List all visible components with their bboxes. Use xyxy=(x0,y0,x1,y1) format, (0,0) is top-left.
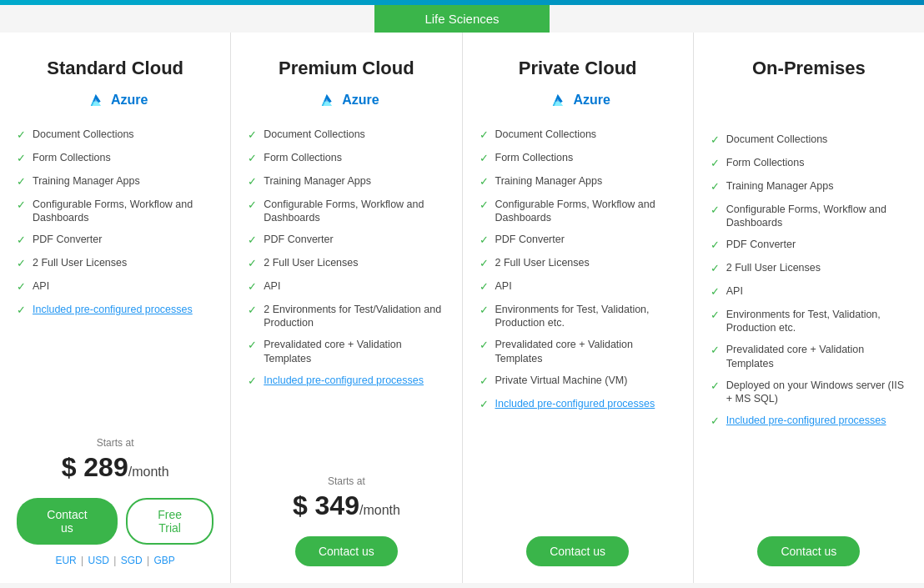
list-item[interactable]: ✓Included pre-configured processes xyxy=(711,414,907,429)
list-item: ✓Configurable Forms, Workflow and Dashbo… xyxy=(711,203,907,230)
check-icon: ✓ xyxy=(248,199,257,213)
check-icon: ✓ xyxy=(480,339,489,353)
free-trial-button[interactable]: Free Trial xyxy=(126,498,213,545)
check-icon: ✓ xyxy=(248,374,257,389)
list-item: ✓API xyxy=(17,279,213,294)
price-month: /month xyxy=(128,465,169,479)
list-item: ✓2 Full User Licenses xyxy=(17,256,213,271)
list-item[interactable]: ✓Included pre-configured processes xyxy=(248,374,444,389)
plan-premium-cloud: Premium Cloud Azure ✓Document Collection… xyxy=(231,33,462,583)
list-item: ✓API xyxy=(711,284,907,299)
list-item[interactable]: ✓Included pre-configured processes xyxy=(480,397,676,412)
currency-separator: | xyxy=(78,555,87,566)
list-item: ✓Training Manager Apps xyxy=(248,174,444,189)
list-item: ✓2 Environments for Test/Validation and … xyxy=(248,303,444,330)
check-icon: ✓ xyxy=(17,257,26,271)
feature-text: Training Manager Apps xyxy=(33,174,140,188)
check-icon: ✓ xyxy=(17,128,26,143)
currency-eur[interactable]: EUR xyxy=(55,555,76,566)
feature-text: 2 Full User Licenses xyxy=(726,261,821,274)
feature-text: API xyxy=(726,284,743,298)
check-icon: ✓ xyxy=(17,280,26,294)
currency-gbp[interactable]: GBP xyxy=(154,555,175,566)
feature-text: Document Collections xyxy=(726,133,828,146)
feature-text: Configurable Forms, Workflow and Dashboa… xyxy=(264,198,444,225)
currency-separator: | xyxy=(111,555,119,566)
list-item: ✓Environments for Test, Validation, Prod… xyxy=(480,303,676,330)
azure-logo-standard-cloud: Azure xyxy=(17,91,213,109)
check-icon: ✓ xyxy=(248,175,257,189)
check-icon: ✓ xyxy=(480,304,489,318)
list-item: ✓Form Collections xyxy=(711,156,907,171)
check-icon: ✓ xyxy=(711,344,720,358)
list-item: ✓2 Full User Licenses xyxy=(480,256,676,271)
check-icon: ✓ xyxy=(248,128,257,143)
azure-icon xyxy=(545,91,568,109)
features-list-premium-cloud: ✓Document Collections✓Form Collections✓T… xyxy=(248,128,444,459)
contact-us-button[interactable]: Contact us xyxy=(526,536,629,566)
features-list-standard-cloud: ✓Document Collections✓Form Collections✓T… xyxy=(17,128,213,420)
check-icon: ✓ xyxy=(248,234,257,248)
plan-on-premises: On-Premises✓Document Collections✓Form Co… xyxy=(694,33,924,583)
list-item: ✓2 Full User Licenses xyxy=(248,256,444,271)
list-item: ✓Document Collections xyxy=(17,128,213,143)
check-icon: ✓ xyxy=(711,262,720,276)
currency-sgd[interactable]: SGD xyxy=(121,555,143,566)
list-item[interactable]: ✓Included pre-configured processes xyxy=(17,303,213,318)
feature-text: Prevalidated core + Validation Templates xyxy=(726,343,907,370)
azure-icon xyxy=(83,91,106,109)
feature-link[interactable]: Included pre-configured processes xyxy=(495,397,655,410)
feature-text: Prevalidated core + Validation Templates xyxy=(495,338,676,365)
list-item: ✓Training Manager Apps xyxy=(480,174,676,189)
feature-link[interactable]: Included pre-configured processes xyxy=(33,303,193,316)
check-icon: ✓ xyxy=(248,339,257,353)
currency-separator: | xyxy=(144,555,153,566)
azure-text: Azure xyxy=(111,93,148,108)
pricing-section-standard-cloud: Starts at$ 289/month xyxy=(17,429,213,483)
buttons-row-standard-cloud: Contact usFree Trial xyxy=(17,498,213,545)
contact-us-button[interactable]: Contact us xyxy=(295,536,398,566)
starts-at-label: Starts at xyxy=(17,437,213,449)
check-icon: ✓ xyxy=(17,199,26,213)
azure-logo-private-cloud: Azure xyxy=(480,91,676,109)
check-icon: ✓ xyxy=(711,157,720,171)
plan-standard-cloud: Standard Cloud Azure ✓Document Collectio… xyxy=(0,33,231,583)
feature-text: 2 Full User Licenses xyxy=(264,256,358,269)
azure-logo-premium-cloud: Azure xyxy=(248,91,444,109)
currency-row: EUR | USD | SGD | GBP xyxy=(17,555,213,566)
list-item: ✓Training Manager Apps xyxy=(17,174,213,189)
check-icon: ✓ xyxy=(711,133,720,148)
feature-text: Environments for Test, Validation, Produ… xyxy=(726,308,907,335)
feature-text: Form Collections xyxy=(495,151,574,164)
contact-us-button[interactable]: Contact us xyxy=(757,536,860,566)
feature-text: 2 Full User Licenses xyxy=(495,256,590,269)
feature-link[interactable]: Included pre-configured processes xyxy=(726,414,886,427)
feature-text: 2 Environments for Test/Validation and P… xyxy=(264,303,444,330)
list-item: ✓Training Manager Apps xyxy=(711,179,907,194)
plan-private-cloud: Private Cloud Azure ✓Document Collection… xyxy=(463,33,694,583)
list-item: ✓Form Collections xyxy=(17,151,213,166)
feature-link[interactable]: Included pre-configured processes xyxy=(264,374,424,387)
check-icon: ✓ xyxy=(480,199,489,213)
azure-icon xyxy=(314,91,337,109)
feature-text: API xyxy=(264,279,280,293)
feature-text: PDF Converter xyxy=(264,233,333,246)
list-item: ✓Environments for Test, Validation, Prod… xyxy=(711,308,907,335)
list-item: ✓PDF Converter xyxy=(17,233,213,248)
feature-text: Form Collections xyxy=(726,156,805,169)
check-icon: ✓ xyxy=(711,309,720,323)
currency-usd[interactable]: USD xyxy=(88,555,109,566)
check-icon: ✓ xyxy=(248,257,257,271)
list-item: ✓Document Collections xyxy=(248,128,444,143)
check-icon: ✓ xyxy=(711,415,720,429)
feature-text: Training Manager Apps xyxy=(726,179,834,193)
check-icon: ✓ xyxy=(17,304,26,318)
check-icon: ✓ xyxy=(711,379,720,394)
feature-text: API xyxy=(33,279,49,293)
list-item: ✓Form Collections xyxy=(480,151,676,166)
price-month: /month xyxy=(359,503,400,517)
check-icon: ✓ xyxy=(711,180,720,194)
feature-text: PDF Converter xyxy=(495,233,565,246)
contact-us-button[interactable]: Contact us xyxy=(17,498,118,545)
list-item: ✓Document Collections xyxy=(480,128,676,143)
